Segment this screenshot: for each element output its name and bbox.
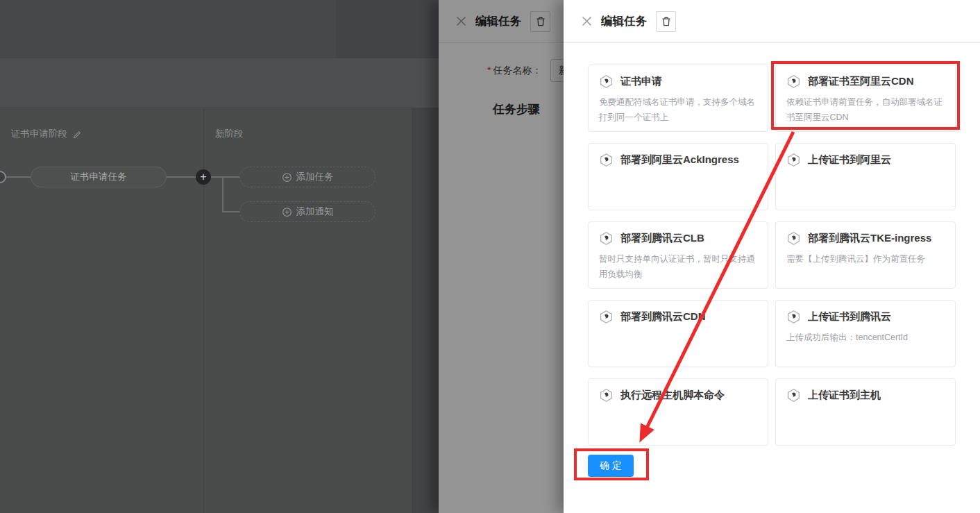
task-type-card-deploy-tencent-cdn[interactable]: 部署到腾讯云CDN	[588, 300, 768, 367]
connector-line	[167, 176, 196, 178]
cert-task-label: 证书申请任务	[71, 171, 127, 183]
task-type-card-deploy-tencent-tke[interactable]: 部署到腾讯云TKE-ingress 需要【上传到腾讯云】作为前置任务	[775, 221, 956, 289]
card-desc: 需要【上传到腾讯云】作为前置任务	[786, 252, 945, 267]
task-type-card-remote-script[interactable]: 执行远程主机脚本命令	[588, 378, 768, 446]
task-type-card-deploy-tencent-clb[interactable]: 部署到腾讯云CLB 暂时只支持单向认证证书，暂时只支持通用负载均衡	[588, 221, 768, 289]
stage2-title: 新阶段	[215, 128, 244, 140]
plugin-hexagon-icon	[786, 388, 801, 403]
plugin-hexagon-icon	[786, 310, 801, 324]
plugin-hexagon-icon	[599, 388, 614, 403]
card-desc: 上传成功后输出：tencentCertId	[786, 330, 945, 346]
connector-line	[222, 176, 223, 212]
task-type-card-cert-request[interactable]: 证书申请 免费通配符域名证书申请，支持多个域名打到同一个证书上	[588, 65, 768, 132]
plus-icon: +	[200, 171, 206, 183]
task-name-input[interactable]	[550, 59, 564, 82]
task-name-label: *任务名称：	[487, 65, 541, 77]
trash-icon	[661, 16, 672, 27]
card-title: 上传证书到主机	[808, 389, 881, 402]
circle-plus-icon	[282, 172, 292, 183]
card-head: 上传证书到主机	[786, 388, 945, 403]
app-screen: 证书申请阶段 新阶段 证书申请任务 + 添加任务 添加通知	[0, 0, 980, 513]
task-type-card-upload-host[interactable]: 上传证书到主机	[775, 378, 956, 446]
card-desc: 依赖证书申请前置任务，自动部署域名证书至阿里云CDN	[786, 95, 945, 126]
card-title: 上传证书到腾讯云	[808, 310, 891, 323]
top-navbar-right	[336, 0, 439, 58]
card-title: 上传证书到阿里云	[808, 153, 891, 167]
close-icon[interactable]	[582, 16, 592, 26]
plugin-hexagon-icon	[599, 153, 614, 167]
card-head: 部署到腾讯云CDN	[599, 310, 757, 324]
card-desc: 暂时只支持单向认证证书，暂时只支持通用负载均衡	[599, 252, 757, 283]
plugin-hexagon-icon	[599, 74, 614, 89]
task-type-card-upload-tencent[interactable]: 上传证书到腾讯云 上传成功后输出：tencentCertId	[775, 300, 956, 367]
edit-task-drawer-back: 编辑任务 *任务名称： 任务步骤	[439, 0, 564, 513]
edit-task-drawer: 编辑任务 证书申请 免费通配符域名证书申请，支持多个域名打到同一个证书上	[564, 0, 980, 513]
stage1-title: 证书申请阶段	[11, 128, 82, 140]
edit-pencil-icon[interactable]	[71, 129, 82, 140]
drawer-title: 编辑任务	[601, 14, 647, 29]
card-head: 部署到腾讯云CLB	[599, 231, 757, 246]
card-title: 执行远程主机脚本命令	[620, 389, 725, 402]
stage1-title-text: 证书申请阶段	[11, 128, 67, 140]
confirm-button[interactable]: 确 定	[588, 455, 634, 477]
card-desc: 免费通配符域名证书申请，支持多个域名打到同一个证书上	[599, 95, 757, 126]
task-type-card-deploy-ack-ingress[interactable]: 部署到阿里云AckIngress	[588, 143, 768, 210]
card-head: 证书申请	[599, 74, 757, 89]
plugin-hexagon-icon	[599, 231, 614, 246]
drawer-header: 编辑任务	[564, 0, 980, 43]
add-stage-button[interactable]: +	[196, 169, 211, 185]
card-title: 部署证书至阿里云CDN	[808, 75, 914, 88]
toolbar-band	[0, 58, 439, 108]
connector-line	[211, 176, 239, 178]
add-task-pill[interactable]: 添加任务	[239, 167, 375, 187]
drawer-back-header: 编辑任务	[439, 0, 564, 43]
trash-icon	[535, 16, 546, 27]
task-type-card-upload-aliyun[interactable]: 上传证书到阿里云	[775, 143, 956, 210]
task-steps-heading: 任务步骤	[493, 101, 540, 117]
delete-task-button[interactable]	[656, 11, 676, 32]
delete-task-button[interactable]	[530, 11, 550, 32]
task-type-card-deploy-aliyun-cdn[interactable]: 部署证书至阿里云CDN 依赖证书申请前置任务，自动部署域名证书至阿里云CDN	[775, 65, 956, 132]
connector-line	[222, 211, 239, 212]
card-head: 上传证书到阿里云	[786, 153, 945, 167]
card-head: 上传证书到腾讯云	[786, 310, 945, 324]
plugin-hexagon-icon	[786, 231, 801, 246]
required-mark: *	[487, 65, 491, 76]
cert-request-task-pill[interactable]: 证书申请任务	[31, 167, 167, 187]
drawer-back-title: 编辑任务	[475, 14, 521, 29]
plugin-hexagon-icon	[786, 74, 801, 89]
card-title: 部署到阿里云AckIngress	[620, 153, 739, 167]
add-task-label: 添加任务	[296, 171, 334, 183]
card-head: 部署到腾讯云TKE-ingress	[786, 231, 945, 246]
add-notification-pill[interactable]: 添加通知	[239, 201, 375, 222]
card-title: 证书申请	[620, 75, 662, 88]
plugin-hexagon-icon	[599, 310, 614, 324]
drawer-body: 证书申请 免费通配符域名证书申请，支持多个域名打到同一个证书上 部署证书至阿里云…	[564, 43, 980, 477]
card-title: 部署到腾讯云CDN	[620, 310, 706, 323]
task-name-label-text: 任务名称：	[493, 65, 541, 76]
plugin-hexagon-icon	[786, 153, 801, 167]
card-head: 部署到阿里云AckIngress	[599, 153, 757, 167]
add-notification-label: 添加通知	[296, 205, 334, 218]
card-head: 执行远程主机脚本命令	[599, 388, 757, 403]
workflow-background: 证书申请阶段 新阶段 证书申请任务 + 添加任务 添加通知	[0, 0, 439, 513]
card-title: 部署到腾讯云TKE-ingress	[808, 232, 931, 245]
drawer-footer: 确 定	[588, 455, 956, 477]
circle-plus-icon	[282, 207, 292, 217]
card-head: 部署证书至阿里云CDN	[786, 74, 945, 89]
stage2-title-text: 新阶段	[215, 128, 244, 140]
task-type-grid: 证书申请 免费通配符域名证书申请，支持多个域名打到同一个证书上 部署证书至阿里云…	[588, 65, 956, 446]
canvas-edge-shade	[412, 108, 439, 513]
close-icon[interactable]	[456, 16, 466, 26]
stage-divider	[203, 108, 204, 513]
card-title: 部署到腾讯云CLB	[620, 232, 704, 245]
